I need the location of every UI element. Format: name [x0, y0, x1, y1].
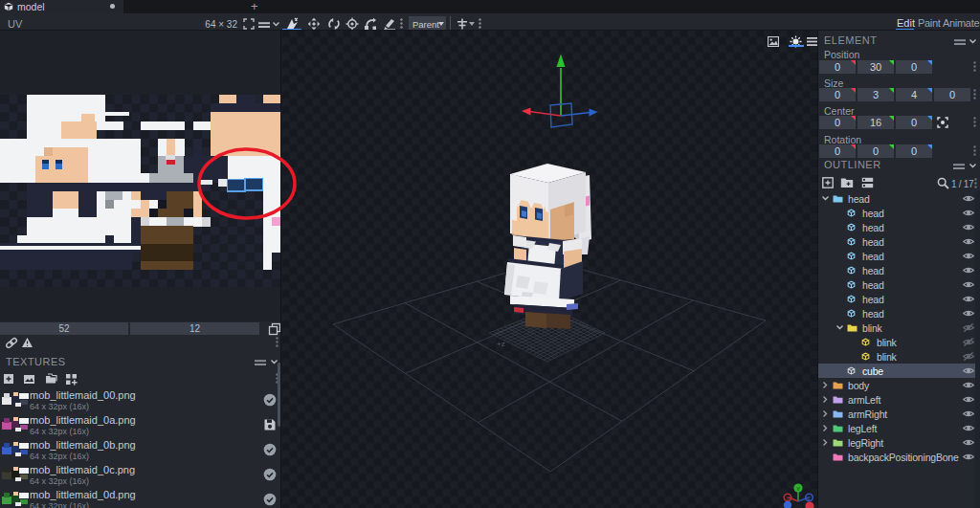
- svg-text:X: X: [786, 496, 790, 501]
- svg-text:+z: +z: [497, 340, 505, 348]
- svg-text:Y: Y: [796, 486, 800, 492]
